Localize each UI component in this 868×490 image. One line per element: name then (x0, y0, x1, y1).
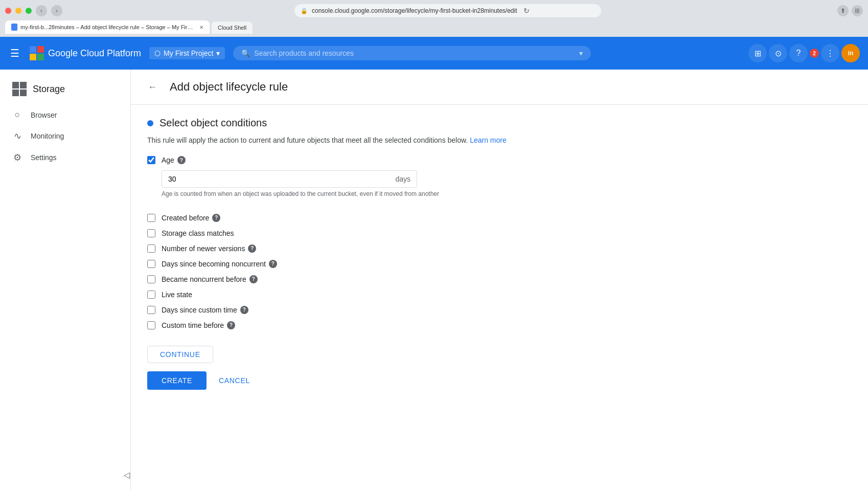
lock-icon: 🔒 (301, 8, 308, 14)
days-custom-help-icon[interactable]: ? (240, 306, 248, 314)
label-days-noncurrent: Days since becoming noncurrent ? (162, 260, 277, 268)
cloud-shell-label: Cloud Shell (218, 25, 246, 31)
project-dropdown-icon: ▾ (216, 49, 220, 57)
cloud-shell-tab[interactable]: Cloud Shell (212, 21, 253, 34)
label-storage-class: Storage class matches (162, 229, 234, 237)
storage-icon (12, 82, 27, 96)
checkbox-row-age: Age ? (147, 156, 852, 164)
label-age: Age ? (162, 156, 186, 164)
storage-class-label-text: Storage class matches (162, 229, 234, 237)
back-button[interactable]: ← (143, 78, 162, 96)
age-input-box: days (162, 170, 417, 188)
age-help-icon[interactable]: ? (177, 156, 186, 164)
checkbox-days-custom[interactable] (147, 306, 155, 314)
age-hint-text: Age is counted from when an object was u… (162, 190, 852, 198)
label-days-custom: Days since custom time ? (162, 306, 248, 314)
label-became-noncurrent: Became noncurrent before ? (162, 275, 258, 283)
sidebar-label-browser: Browser (31, 111, 57, 119)
custom-time-before-help-icon[interactable]: ? (227, 321, 235, 329)
label-live-state: Live state (162, 291, 192, 299)
sidebar: Storage ○ Browser ∿ Monitoring ⚙ Setting… (0, 70, 131, 490)
days-noncurrent-help-icon[interactable]: ? (269, 260, 277, 268)
sidebar-label-settings: Settings (31, 153, 57, 162)
search-input[interactable] (254, 49, 575, 57)
search-bar[interactable]: 🔍 ▾ (233, 46, 591, 60)
collapse-sidebar-button[interactable]: ◁ (124, 470, 130, 480)
create-button[interactable]: CREATE (147, 371, 207, 390)
browser-icon: ○ (12, 109, 22, 120)
condition-age: Age ? days Age is counted from when an o… (147, 156, 852, 207)
main-layout: Storage ○ Browser ∿ Monitoring ⚙ Setting… (0, 70, 868, 490)
step-dot (147, 120, 153, 126)
marketplace-button[interactable]: ⊞ (748, 44, 767, 62)
sidebar-item-monitoring[interactable]: ∿ Monitoring (0, 125, 126, 147)
checkbox-created-before[interactable] (147, 214, 155, 222)
became-noncurrent-help-icon[interactable]: ? (249, 275, 258, 283)
continue-button[interactable]: CONTINUE (147, 346, 213, 363)
sidebar-label-monitoring: Monitoring (31, 132, 64, 140)
help-button[interactable]: ? (789, 44, 808, 62)
days-noncurrent-label-text: Days since becoming noncurrent (162, 260, 266, 268)
sidebar-header: Storage (0, 78, 130, 104)
project-icon: ⬡ (154, 49, 161, 57)
checkbox-row-days-custom: Days since custom time ? (147, 306, 852, 314)
created-before-label-text: Created before (162, 214, 209, 222)
checkbox-row-custom-time-before: Custom time before ? (147, 321, 852, 329)
share-button[interactable]: ⬆ (837, 5, 849, 16)
sidebar-item-settings[interactable]: ⚙ Settings (0, 147, 126, 168)
user-avatar-button[interactable]: in (841, 44, 860, 62)
back-nav-button[interactable]: ‹ (36, 5, 47, 16)
new-tab-button[interactable]: ⊞ (852, 5, 863, 16)
main-content: ← Add object lifecycle rule Select objec… (131, 70, 868, 490)
checkbox-storage-class[interactable] (147, 229, 155, 237)
project-selector[interactable]: ⬡ My First Project ▾ (149, 47, 225, 59)
label-newer-versions: Number of newer versions ? (162, 244, 256, 253)
search-icon: 🔍 (241, 49, 250, 57)
tab-favicon (11, 24, 17, 31)
checkbox-newer-versions[interactable] (147, 244, 155, 253)
gcp-logo: Google Cloud Platform (30, 46, 141, 60)
main-tab[interactable]: my-first-b...28minutes – Add object life… (5, 20, 210, 34)
hamburger-button[interactable]: ☰ (8, 45, 21, 61)
close-window-dot[interactable] (5, 8, 11, 14)
section-desc-text: This rule will apply the action to curre… (147, 136, 468, 144)
sidebar-title: Storage (33, 84, 65, 95)
gcp-header: ☰ Google Cloud Platform ⬡ My First Proje… (0, 37, 868, 70)
content-header: ← Add object lifecycle rule (131, 70, 868, 105)
learn-more-link[interactable]: Learn more (470, 136, 507, 144)
more-options-button[interactable]: ⋮ (821, 44, 839, 62)
maximize-window-dot[interactable] (26, 8, 32, 14)
created-before-help-icon[interactable]: ? (212, 214, 220, 222)
age-label-text: Age (162, 156, 174, 164)
cancel-button[interactable]: CANCEL (213, 371, 256, 390)
age-value-input[interactable] (168, 175, 395, 183)
checkbox-live-state[interactable] (147, 291, 155, 299)
checkbox-row-live-state: Live state (147, 291, 852, 299)
section-title: Select object conditions (159, 117, 267, 129)
conditions-list: Age ? days Age is counted from when an o… (147, 156, 852, 329)
settings-icon: ⚙ (12, 152, 22, 163)
checkbox-age[interactable] (147, 156, 155, 164)
sidebar-item-browser[interactable]: ○ Browser (0, 104, 126, 125)
content-body: Select object conditions This rule will … (131, 105, 868, 402)
live-state-label-text: Live state (162, 291, 192, 299)
minimize-window-dot[interactable] (15, 8, 21, 14)
checkbox-days-noncurrent[interactable] (147, 260, 155, 268)
age-unit-label: days (395, 175, 410, 183)
newer-versions-help-icon[interactable]: ? (248, 244, 256, 253)
continue-section: CONTINUE (147, 346, 852, 363)
label-custom-time-before: Custom time before ? (162, 321, 235, 329)
forward-nav-button[interactable]: › (51, 5, 62, 16)
checkbox-custom-time-before[interactable] (147, 321, 155, 329)
support-button[interactable]: ⊙ (769, 44, 787, 62)
custom-time-before-label-text: Custom time before (162, 321, 224, 329)
browser-chrome: ‹ › 🔒 console.cloud.google.com/storage/l… (0, 0, 868, 37)
tab-close-icon[interactable]: ✕ (199, 25, 203, 30)
checkbox-became-noncurrent[interactable] (147, 275, 155, 283)
reload-button[interactable]: ↻ (521, 6, 532, 16)
url-display[interactable]: console.cloud.google.com/storage/lifecyc… (312, 7, 517, 14)
notification-badge[interactable]: 2 (810, 49, 819, 58)
app-name: Google Cloud Platform (48, 48, 141, 59)
tab-title: my-first-b...28minutes – Add object life… (20, 24, 194, 30)
became-noncurrent-label-text: Became noncurrent before (162, 275, 246, 283)
